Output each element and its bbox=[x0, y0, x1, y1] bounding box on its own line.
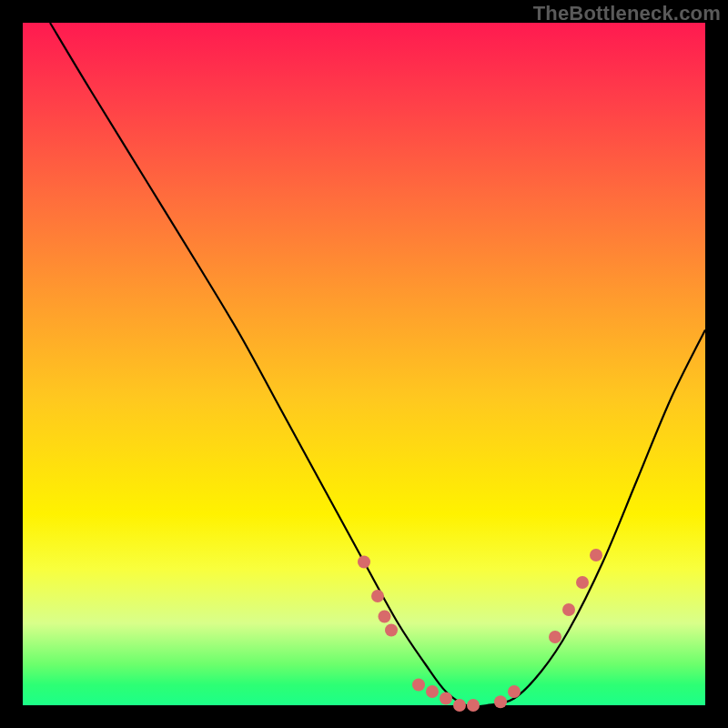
chart-frame: TheBottleneck.com bbox=[0, 0, 728, 728]
data-marker bbox=[412, 679, 425, 692]
data-marker bbox=[549, 631, 561, 643]
data-marker bbox=[453, 699, 466, 712]
data-marker bbox=[385, 624, 398, 637]
data-marker bbox=[371, 590, 384, 602]
data-marker bbox=[358, 556, 370, 569]
chart-svg bbox=[23, 23, 705, 705]
watermark-text: TheBottleneck.com bbox=[533, 2, 721, 25]
data-marker bbox=[590, 549, 602, 561]
data-marker bbox=[576, 576, 589, 589]
data-markers bbox=[358, 549, 602, 712]
data-marker bbox=[379, 611, 391, 623]
data-marker bbox=[562, 603, 575, 616]
data-marker bbox=[426, 685, 439, 698]
data-marker bbox=[494, 695, 507, 708]
data-marker bbox=[508, 685, 521, 698]
data-marker bbox=[467, 699, 480, 712]
data-marker bbox=[440, 693, 452, 705]
bottleneck-curve bbox=[50, 23, 705, 706]
